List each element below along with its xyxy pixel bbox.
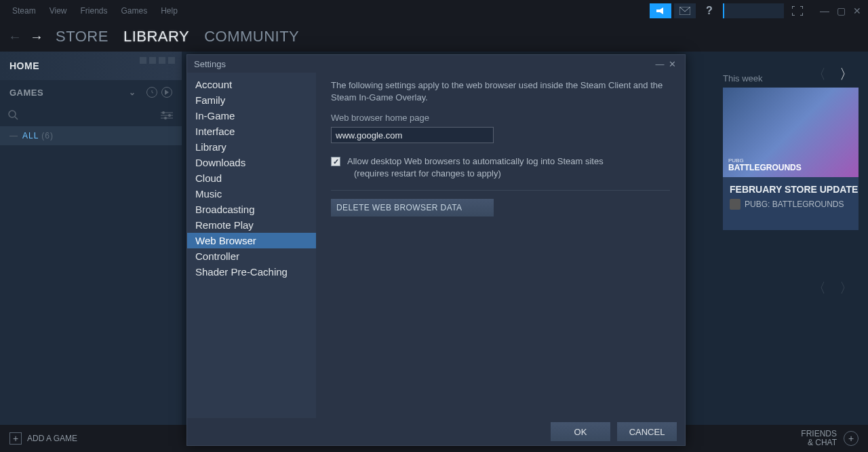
menu-help[interactable]: Help: [154, 3, 184, 18]
nav-forward-icon[interactable]: →: [30, 29, 43, 45]
sidebar-category-label: ALL: [22, 131, 39, 140]
news-card-subtitle: PUBG: BATTLEGROUNDS: [745, 200, 844, 209]
window-maximize-icon[interactable]: ▢: [835, 5, 846, 16]
settings-category-downloads[interactable]: Downloads: [187, 155, 316, 170]
sidebar-category-count: (6): [41, 131, 54, 140]
view-toggle-grid-icon[interactable]: [140, 57, 175, 64]
play-icon[interactable]: [161, 87, 172, 98]
news-card-art: PUBG BATTLEGROUNDS: [723, 88, 859, 177]
sidebar-home[interactable]: HOME: [0, 52, 182, 80]
svg-point-1: [9, 111, 16, 117]
search-icon[interactable]: [8, 110, 19, 121]
settings-category-shader-pre-caching[interactable]: Shader Pre-Caching: [187, 264, 316, 280]
lower-carousel-next-icon[interactable]: 〉: [840, 279, 853, 297]
nav-back-icon[interactable]: ←: [8, 29, 22, 45]
allow-login-hint: (requires restart for changes to apply): [347, 168, 604, 180]
friends-chat-line2: & CHAT: [801, 438, 837, 447]
nav-tab-library[interactable]: LIBRARY: [123, 28, 189, 45]
news-card-title: FEBRUARY STORE UPDATE 2023: [723, 177, 859, 199]
settings-category-broadcasting[interactable]: Broadcasting: [187, 202, 316, 217]
settings-category-controller[interactable]: Controller: [187, 248, 316, 264]
user-search[interactable]: [723, 3, 784, 18]
announcement-icon[interactable]: [650, 3, 671, 18]
news-card-pubg-small: PUBG: [728, 158, 802, 164]
news-card-thumb-icon: [730, 199, 741, 210]
settings-dialog: Settings — ✕ AccountFamilyIn-GameInterfa…: [186, 54, 686, 446]
settings-category-interface[interactable]: Interface: [187, 124, 316, 139]
homepage-label: Web browser home page: [331, 113, 670, 123]
svg-point-2: [162, 111, 165, 114]
menubar: Steam View Friends Games Help ? — ▢ ✕: [0, 0, 868, 22]
library-sidebar: HOME GAMES ⌄ — ALL (6): [0, 52, 182, 425]
menu-games[interactable]: Games: [115, 3, 155, 18]
chevron-down-icon: ⌄: [129, 88, 136, 97]
clock-icon[interactable]: [146, 87, 157, 98]
delete-browser-data-button[interactable]: DELETE WEB BROWSER DATA: [331, 199, 494, 216]
settings-description: The following settings apply to the web …: [331, 79, 670, 103]
settings-category-family[interactable]: Family: [187, 92, 316, 108]
plus-icon: +: [9, 432, 22, 445]
menu-view[interactable]: View: [43, 3, 74, 18]
filter-icon[interactable]: [160, 111, 174, 120]
settings-content: The following settings apply to the web …: [316, 73, 685, 418]
settings-category-music[interactable]: Music: [187, 186, 316, 202]
friends-chat-button[interactable]: FRIENDS & CHAT +: [801, 430, 859, 447]
settings-category-cloud[interactable]: Cloud: [187, 170, 316, 186]
nav-tab-community[interactable]: COMMUNITY: [204, 28, 299, 45]
menu-steam[interactable]: Steam: [5, 3, 43, 18]
dialog-title: Settings: [194, 59, 226, 69]
nav-tab-store[interactable]: STORE: [56, 28, 108, 45]
news-card[interactable]: PUBG BATTLEGROUNDS FEBRUARY STORE UPDATE…: [723, 88, 859, 230]
dialog-close-icon[interactable]: ✕: [666, 59, 678, 69]
sidebar-home-label: HOME: [9, 60, 39, 71]
cancel-button[interactable]: CANCEL: [617, 422, 677, 441]
navbar: ← → STORE LIBRARY COMMUNITY: [0, 22, 868, 52]
svg-point-3: [168, 114, 171, 117]
mail-icon[interactable]: [674, 3, 696, 18]
carousel-prev-icon[interactable]: 〈: [812, 65, 826, 83]
window-minimize-icon[interactable]: —: [819, 5, 830, 16]
ok-button[interactable]: OK: [551, 422, 610, 441]
sidebar-games-header[interactable]: GAMES ⌄: [0, 80, 182, 105]
dialog-minimize-icon[interactable]: —: [654, 59, 666, 69]
add-game-button[interactable]: + ADD A GAME: [9, 432, 77, 445]
settings-category-library[interactable]: Library: [187, 139, 316, 155]
plus-circle-icon: +: [844, 431, 859, 446]
sidebar-category-all[interactable]: — ALL (6): [0, 126, 182, 145]
allow-login-checkbox[interactable]: ✓: [331, 157, 340, 166]
help-icon[interactable]: ?: [698, 3, 720, 18]
news-card-pubg-big: BATTLEGROUNDS: [728, 163, 802, 172]
settings-category-account[interactable]: Account: [187, 77, 316, 92]
add-game-label: ADD A GAME: [27, 434, 77, 443]
svg-point-4: [164, 117, 167, 119]
settings-category-in-game[interactable]: In-Game: [187, 108, 316, 124]
sidebar-games-label: GAMES: [9, 88, 43, 98]
menu-friends[interactable]: Friends: [73, 3, 114, 18]
divider: [331, 190, 670, 191]
carousel-next-icon[interactable]: 〉: [840, 65, 853, 83]
homepage-input[interactable]: [331, 127, 494, 143]
lower-carousel-prev-icon[interactable]: 〈: [812, 279, 826, 297]
settings-category-remote-play[interactable]: Remote Play: [187, 217, 316, 233]
fullscreen-icon[interactable]: [787, 3, 808, 18]
settings-category-list: AccountFamilyIn-GameInterfaceLibraryDown…: [187, 73, 316, 418]
news-column: 〈 〉 This week PUBG BATTLEGROUNDS FEBRUAR…: [689, 52, 868, 282]
settings-category-web-browser[interactable]: Web Browser: [187, 233, 316, 248]
window-close-icon[interactable]: ✕: [852, 5, 863, 16]
allow-login-label: Allow desktop Web browsers to automatica…: [347, 156, 604, 166]
